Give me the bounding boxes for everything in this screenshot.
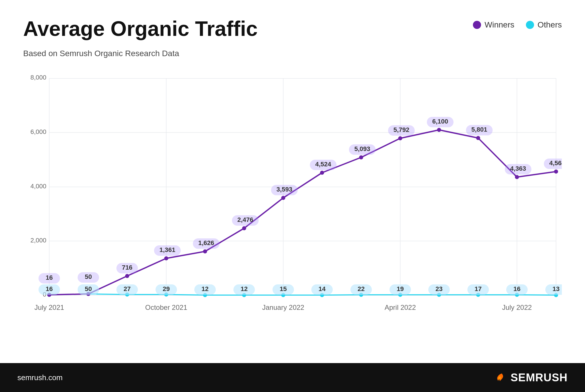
svg-text:716: 716 (122, 264, 133, 271)
footer: semrush.com SEMRUSH (0, 363, 585, 392)
svg-text:2,000: 2,000 (30, 237, 46, 244)
winners-label-10: 6,100 (427, 117, 454, 127)
others-label-5: 12 (233, 284, 255, 295)
others-label-0: 16 (39, 284, 60, 295)
svg-text:12: 12 (202, 285, 209, 292)
winners-dot-10 (437, 128, 441, 132)
winners-dot-7 (320, 171, 324, 175)
chart-area: 8,000 6,000 4,000 2,000 0 July 2021 Octo… (23, 70, 562, 330)
others-label-2: 27 (116, 284, 138, 295)
svg-text:3,593: 3,593 (276, 186, 292, 193)
chart-subtitle: Based on Semrush Organic Research Data (23, 49, 562, 58)
others-label-7: 14 (311, 284, 333, 295)
winners-dot-13 (554, 170, 558, 174)
winners-dot-12 (515, 175, 519, 179)
svg-text:8,000: 8,000 (30, 74, 46, 81)
winners-label-2: 716 (116, 263, 138, 273)
svg-text:4,363: 4,363 (510, 165, 526, 172)
svg-text:16: 16 (46, 285, 53, 292)
winners-label-6: 3,593 (271, 185, 298, 195)
others-label-8: 22 (350, 284, 372, 295)
others-label-13: 13 (545, 284, 562, 295)
others-label-6: 15 (273, 284, 294, 295)
svg-text:12: 12 (241, 285, 248, 292)
semrush-brand-text: SEMRUSH (511, 371, 568, 384)
svg-text:October 2021: October 2021 (145, 303, 187, 311)
chart-legend: Winners Others (473, 20, 562, 30)
winners-label-12: 4,363 (505, 164, 531, 174)
winners-label-5: 2,476 (232, 215, 259, 226)
winners-label-11: 5,801 (466, 125, 493, 135)
semrush-logo: SEMRUSH (494, 371, 568, 384)
legend-item-winners: Winners (473, 20, 514, 30)
others-legend-dot (526, 21, 534, 29)
svg-text:15: 15 (280, 285, 287, 292)
svg-text:2,476: 2,476 (237, 216, 253, 223)
winners-dot-5 (242, 226, 246, 230)
svg-text:6,000: 6,000 (30, 128, 46, 135)
svg-text:4,000: 4,000 (30, 183, 46, 190)
svg-text:4,564: 4,564 (549, 159, 562, 167)
svg-text:6,100: 6,100 (432, 118, 448, 125)
winners-label-8: 5,093 (349, 144, 376, 155)
svg-text:5,801: 5,801 (471, 126, 487, 133)
svg-text:50: 50 (85, 285, 92, 292)
svg-text:22: 22 (358, 285, 365, 292)
svg-text:13: 13 (553, 285, 560, 292)
others-label-3: 29 (156, 284, 177, 295)
others-legend-label: Others (538, 20, 562, 30)
svg-text:23: 23 (436, 285, 443, 292)
winners-dot-6 (281, 196, 285, 200)
svg-text:27: 27 (124, 285, 131, 292)
winners-label-4: 1,626 (193, 238, 220, 249)
svg-text:50: 50 (85, 273, 92, 280)
winners-label-3: 1,361 (154, 245, 181, 256)
svg-text:16: 16 (46, 274, 53, 281)
winners-dot-8 (359, 155, 363, 159)
others-label-12: 16 (506, 284, 528, 295)
svg-text:April 2022: April 2022 (385, 303, 416, 311)
svg-text:4,524: 4,524 (315, 161, 331, 168)
winners-label-13: 4,564 (544, 159, 562, 169)
svg-text:5,792: 5,792 (393, 126, 409, 133)
svg-text:29: 29 (163, 285, 170, 292)
winners-dot-4 (203, 249, 207, 253)
others-label-1: 50 (78, 284, 99, 295)
svg-text:July 2021: July 2021 (34, 303, 64, 311)
winners-legend-label: Winners (485, 20, 514, 30)
winners-label-9: 5,792 (388, 125, 415, 136)
others-label-4: 12 (194, 284, 216, 295)
svg-text:January 2022: January 2022 (262, 303, 304, 311)
winners-legend-dot (473, 21, 481, 29)
winners-dot-9 (398, 136, 402, 140)
svg-text:July 2022: July 2022 (502, 303, 532, 311)
winners-label-7: 4,524 (310, 160, 337, 170)
semrush-icon (494, 371, 507, 384)
svg-text:16: 16 (513, 285, 520, 292)
winners-label-1: 50 (78, 272, 99, 283)
svg-text:19: 19 (397, 285, 404, 292)
others-label-11: 17 (467, 284, 489, 295)
chart-title: Average Organic Traffic (23, 17, 258, 40)
winners-label-0: 16 (39, 273, 60, 284)
svg-text:14: 14 (319, 285, 326, 292)
winners-dot-11 (476, 136, 480, 140)
svg-text:1,626: 1,626 (198, 239, 214, 246)
svg-text:17: 17 (475, 285, 482, 292)
legend-item-others: Others (526, 20, 562, 30)
others-label-10: 23 (428, 284, 450, 295)
svg-text:5,093: 5,093 (354, 145, 370, 152)
footer-domain: semrush.com (17, 373, 63, 382)
winners-dot-3 (164, 256, 168, 260)
others-label-9: 19 (390, 284, 411, 295)
winners-dot-2 (125, 274, 129, 278)
svg-text:1,361: 1,361 (159, 246, 175, 253)
